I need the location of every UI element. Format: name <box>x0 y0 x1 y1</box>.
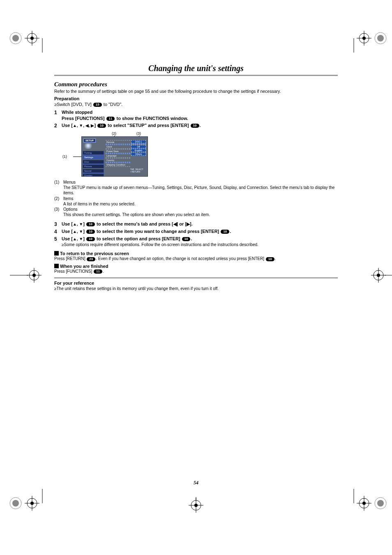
section-intro: Refer to the summary of settings table o… <box>54 89 338 94</box>
tab-tuning: Tuning <box>83 151 104 155</box>
setup-options: DVD 1 Off English Others <box>131 140 146 156</box>
separator-rule <box>54 278 338 278</box>
def1-text: The SETUP menu is made up of seven menus… <box>63 185 338 196</box>
svg-point-25 <box>12 500 19 507</box>
def1-label: Menus <box>63 180 86 184</box>
setup-hint: TAB SELECT ▪ RETURN <box>130 168 143 173</box>
setup-menu-tabs: Tuning Settings Disc Picture Sound Displ… <box>83 151 104 177</box>
step-2-number: 2 <box>54 122 62 129</box>
preparation-text: ≥Switch [DVD, TV] 15 to "DVD". <box>54 102 338 107</box>
def3-label: Options <box>63 207 86 212</box>
reg-mark-bottom-center <box>178 497 194 514</box>
return-heading: To return to the previous screen <box>54 251 129 256</box>
callout-1-line <box>73 157 81 157</box>
step-5-note: ≥Some options require different operatio… <box>62 242 338 248</box>
def1-num: (1) <box>54 180 63 184</box>
preparation-label: Preparation <box>54 96 338 101</box>
svg-point-1 <box>12 35 19 41</box>
prep-text-a: ≥Switch [DVD, TV] <box>54 102 93 107</box>
step-5-number: 5 <box>54 236 62 242</box>
badge-11: 11 <box>106 117 115 121</box>
section-heading: Common procedures <box>54 81 338 88</box>
step-1-line-b: Press [FUNCTIONS] 11 to show the FUNCTIO… <box>62 115 338 122</box>
definitions: (1) Menus The SETUP menu is made up of s… <box>54 180 338 218</box>
tab-picture: Picture <box>83 164 104 168</box>
page-title: Changing the unit's settings <box>54 64 338 73</box>
return-text: Press [RETURN] 23. Even if you have chan… <box>54 256 338 261</box>
tab-settings: Settings <box>83 155 104 159</box>
reg-mark-right <box>368 267 385 283</box>
step-5-text: Use [▲, ▼] 10 to select the option and p… <box>62 236 338 247</box>
setup-screen: SETUP Tuning Settings Disc Picture Sound… <box>81 136 148 177</box>
square-icon <box>54 264 59 268</box>
finish-text: Press [FUNCTIONS] 11. <box>54 269 338 274</box>
step-4-number: 4 <box>54 228 62 235</box>
svg-point-36 <box>377 500 384 507</box>
square-icon <box>54 251 59 256</box>
setup-screen-icon <box>84 143 94 149</box>
step-2-text: Use [▲, ▼, ◀, ▶] 10 to select "SETUP" an… <box>62 122 338 129</box>
crop-mark-top-right <box>352 28 385 61</box>
def2-label: Items <box>63 196 86 201</box>
step-3: 3 Use [▲, ▼] 10 to select the menu's tab… <box>54 221 338 228</box>
badge-10: 10 <box>97 124 106 128</box>
reg-mark-left <box>7 267 24 283</box>
callout-1: (1) <box>62 136 73 159</box>
def3-num: (3) <box>54 207 63 212</box>
callout-3: (3) <box>136 131 141 136</box>
tab-sound: Sound <box>83 169 104 173</box>
step-1-number: 1 <box>54 109 62 116</box>
def2-num: (2) <box>54 196 63 201</box>
prep-text-b: to "DVD". <box>102 102 122 107</box>
fyr-text: ≥The unit retains these settings in its … <box>54 286 338 291</box>
step-5: 5 Use [▲, ▼] 10 to select the option and… <box>54 236 338 247</box>
setup-screen-title: SETUP <box>83 138 96 143</box>
title-rule <box>54 75 338 76</box>
step-1-line-a: While stopped <box>62 109 338 115</box>
step-2: 2 Use [▲, ▼, ◀, ▶] 10 to select "SETUP" … <box>54 122 338 129</box>
step-3-text: Use [▲, ▼] 10 to select the menu's tab a… <box>62 221 338 227</box>
setup-figure: (2) (3) (1) SETUP Tuning Settings Disc P… <box>62 131 338 177</box>
def3-text: This shows the current settings. The opt… <box>63 212 338 218</box>
finish-heading: When you are finished <box>54 264 108 269</box>
tab-disc: Disc <box>83 160 104 164</box>
setup-items: Remote Clock Power Save Language Country… <box>106 140 130 167</box>
step-1: 1 While stopped Press [FUNCTIONS] 11 to … <box>54 109 338 122</box>
step-3-number: 3 <box>54 221 62 228</box>
badge-15: 15 <box>93 103 102 107</box>
crop-mark-bottom-right <box>352 489 385 519</box>
step-4: 4 Use [▲, ▼] 10 to select the item you w… <box>54 228 338 235</box>
fyr-heading: For your reference <box>54 281 338 286</box>
step-4-text: Use [▲, ▼] 10 to select the item you wan… <box>62 228 338 235</box>
badge-10b: 10 <box>191 124 199 128</box>
callout-2: (2) <box>112 131 116 136</box>
crop-mark-bottom-left <box>7 489 40 519</box>
page-number: 54 <box>54 480 338 486</box>
def2-text: A list of items in the menu you selected… <box>63 201 338 207</box>
tab-display: Display <box>83 173 104 177</box>
crop-mark-top-left <box>7 28 40 61</box>
svg-point-12 <box>377 35 384 41</box>
badge-23: 23 <box>87 257 95 261</box>
page-content: Changing the unit's settings Common proc… <box>54 0 338 519</box>
